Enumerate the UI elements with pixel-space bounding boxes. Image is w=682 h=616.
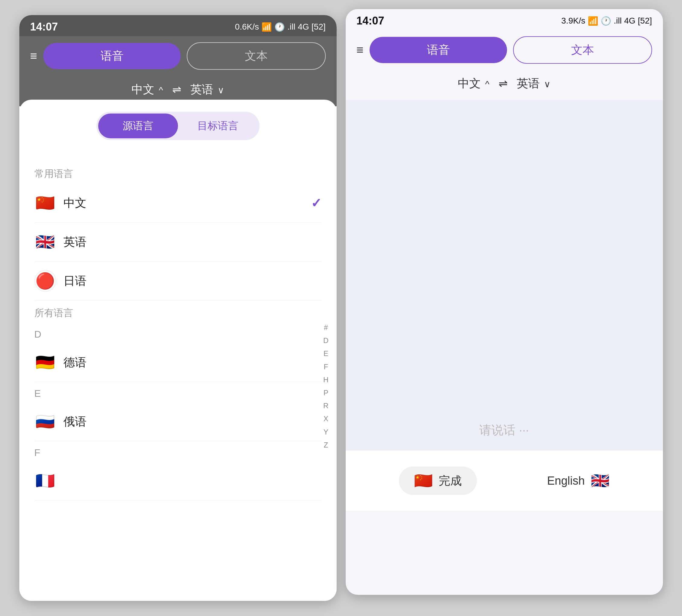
alpha-r[interactable]: R xyxy=(323,399,328,412)
alpha-e[interactable]: E xyxy=(323,347,328,360)
right-bottom-bar: 🇨🇳 完成 English 🇬🇧 xyxy=(346,451,663,511)
english-option[interactable]: English 🇬🇧 xyxy=(547,472,610,490)
left-swap-icon[interactable]: ⇌ xyxy=(172,84,181,96)
lang-name-japanese: 日语 xyxy=(64,273,321,289)
alpha-index: # D E F H P R X Y Z xyxy=(318,161,334,601)
right-tab-voice-btn[interactable]: 语音 xyxy=(369,37,507,63)
right-lang-target[interactable]: 英语 ∨ xyxy=(517,76,551,91)
lang-item-russian[interactable]: 🇷🇺 俄语 xyxy=(35,402,321,441)
section-common-title: 常用语言 xyxy=(35,161,321,184)
lang-item-japanese[interactable]: 🔴 日语 xyxy=(35,261,321,301)
section-all-title: 所有语言 xyxy=(35,301,321,323)
right-menu-icon[interactable]: ≡ xyxy=(357,43,364,57)
flag-japanese: 🔴 xyxy=(35,270,56,292)
right-signal-icon: 📶 xyxy=(588,16,598,26)
left-status-bar: 14:07 0.6K/s 📶 🕐 .ill 4G [52] xyxy=(19,15,337,36)
left-bars-icon: .ill xyxy=(287,22,295,32)
right-battery-icon: 🕐 xyxy=(601,16,611,26)
english-label: English xyxy=(547,474,585,488)
alpha-p[interactable]: P xyxy=(323,386,328,399)
right-bars-icon: .ill xyxy=(614,16,621,26)
left-battery-icon: 🕐 xyxy=(274,22,285,32)
right-tab-text-btn[interactable]: 文本 xyxy=(513,36,652,64)
language-list-container: 常用语言 🇨🇳 中文 ✓ 🇬🇧 英语 🔴 日语 xyxy=(19,161,337,601)
left-language-sheet: 源语言 目标语言 常用语言 🇨🇳 中文 ✓ 🇬🇧 英语 xyxy=(19,100,337,601)
right-swap-icon[interactable]: ⇌ xyxy=(499,77,508,90)
right-4g: 4G xyxy=(624,16,635,26)
right-battery: [52] xyxy=(638,16,652,26)
lang-item-english[interactable]: 🇬🇧 英语 xyxy=(35,222,321,261)
flag-french: 🇫🇷 xyxy=(35,470,56,492)
section-d: D xyxy=(35,323,321,343)
section-e: E xyxy=(35,382,321,402)
right-status-bar: 14:07 3.9K/s 📶 🕐 .ill 4G [52] xyxy=(346,9,663,30)
left-status-right: 0.6K/s 📶 🕐 .ill 4G [52] xyxy=(235,22,326,32)
left-signal-icon: 📶 xyxy=(262,22,272,32)
left-tab-voice-btn[interactable]: 语音 xyxy=(43,43,181,69)
flag-german: 🇩🇪 xyxy=(35,352,56,373)
voice-hint: 请说话 ··· xyxy=(346,422,663,439)
right-status-right: 3.9K/s 📶 🕐 .ill 4G [52] xyxy=(562,16,652,26)
done-button[interactable]: 🇨🇳 完成 xyxy=(399,467,477,495)
right-lang-source[interactable]: 中文 ^ xyxy=(458,76,490,91)
lang-name-english: 英语 xyxy=(64,234,321,250)
alpha-h[interactable]: H xyxy=(323,373,328,386)
section-f: F xyxy=(35,441,321,461)
lang-name-chinese: 中文 xyxy=(64,195,304,211)
left-source-arrow: ^ xyxy=(159,85,163,95)
flag-chinese: 🇨🇳 xyxy=(35,192,56,214)
right-network: 3.9K/s xyxy=(562,16,585,26)
alpha-d[interactable]: D xyxy=(323,334,328,347)
left-network: 0.6K/s xyxy=(235,22,259,32)
lang-name-russian: 俄语 xyxy=(64,414,321,429)
target-lang-btn[interactable]: 目标语言 xyxy=(178,114,258,138)
right-time: 14:07 xyxy=(357,15,384,27)
left-4g: 4G xyxy=(298,22,309,32)
left-menu-icon[interactable]: ≡ xyxy=(30,49,37,63)
english-flag: 🇬🇧 xyxy=(591,472,610,490)
done-flag: 🇨🇳 xyxy=(414,472,433,490)
left-lang-target[interactable]: 英语 ∨ xyxy=(190,82,225,97)
lang-name-german: 德语 xyxy=(64,355,321,370)
alpha-y[interactable]: Y xyxy=(323,425,328,439)
alpha-x[interactable]: X xyxy=(323,412,328,425)
left-target-arrow: ∨ xyxy=(218,85,224,95)
done-text: 完成 xyxy=(439,473,462,489)
left-lang-source[interactable]: 中文 ^ xyxy=(132,82,163,97)
src-tgt-toggle: 源语言 目标语言 xyxy=(96,112,259,140)
alpha-z[interactable]: Z xyxy=(324,439,328,451)
alpha-f[interactable]: F xyxy=(324,360,328,373)
right-target-arrow: ∨ xyxy=(544,79,550,89)
right-source-arrow: ^ xyxy=(485,79,489,89)
flag-english: 🇬🇧 xyxy=(35,231,56,253)
lang-item-german[interactable]: 🇩🇪 德语 xyxy=(35,343,321,382)
language-list: 常用语言 🇨🇳 中文 ✓ 🇬🇧 英语 🔴 日语 xyxy=(19,161,337,601)
left-time: 14:07 xyxy=(30,21,58,33)
left-battery: [52] xyxy=(312,22,326,32)
right-phone: 14:07 3.9K/s 📶 🕐 .ill 4G [52] ≡ 语音 文本 中文… xyxy=(346,9,663,595)
left-top-header: ≡ 语音 文本 xyxy=(19,36,337,79)
lang-item-chinese[interactable]: 🇨🇳 中文 ✓ xyxy=(35,184,321,222)
left-phone: 14:07 0.6K/s 📶 🕐 .ill 4G [52] ≡ 语音 文本 中文… xyxy=(19,15,337,601)
alpha-hash[interactable]: # xyxy=(324,321,328,334)
source-lang-btn[interactable]: 源语言 xyxy=(98,114,178,138)
right-top-header: ≡ 语音 文本 xyxy=(346,30,663,73)
right-lang-bar: 中文 ^ ⇌ 英语 ∨ xyxy=(346,73,663,100)
right-voice-area: 请说话 ··· xyxy=(346,100,663,511)
lang-item-french[interactable]: 🇫🇷 xyxy=(35,461,321,500)
flag-russian: 🇷🇺 xyxy=(35,411,56,432)
left-tab-text-btn[interactable]: 文本 xyxy=(187,42,325,70)
